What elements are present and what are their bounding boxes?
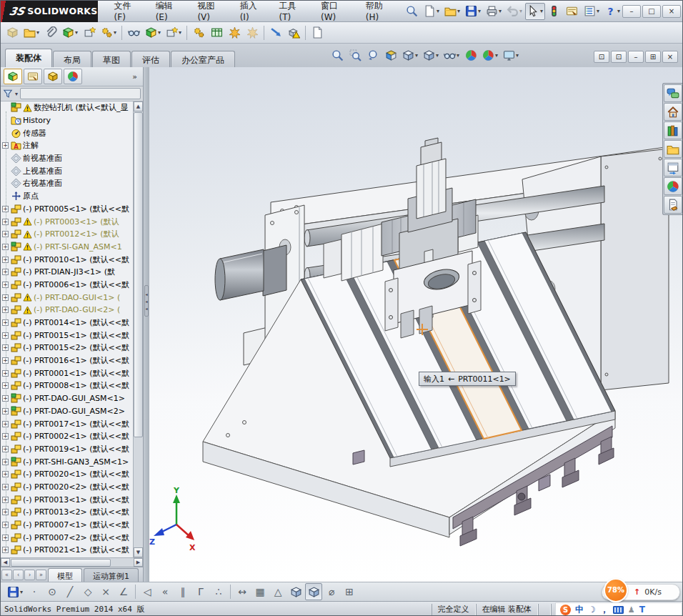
ime-person-icon[interactable]: ♟: [628, 605, 635, 615]
displaymanager-tab[interactable]: [64, 69, 82, 84]
menu-file[interactable]: 文件(F): [108, 0, 148, 25]
expand-plus-icon[interactable]: +: [2, 535, 9, 541]
undo-button[interactable]: ▾: [504, 3, 524, 20]
expand-plus-icon[interactable]: +: [2, 547, 9, 553]
shaded-view-button[interactable]: [305, 583, 322, 600]
expand-plus-icon[interactable]: +: [2, 269, 9, 275]
expand-plus-icon[interactable]: +: [2, 142, 9, 149]
ime-skin-icon[interactable]: T: [639, 605, 645, 615]
tab-model[interactable]: 模型: [48, 568, 82, 582]
punctuation-icon[interactable]: ，: [600, 604, 609, 616]
tab-nav-last[interactable]: »: [36, 570, 46, 580]
hide-show-items-button[interactable]: ▾: [442, 47, 462, 64]
expand-plus-icon[interactable]: +: [2, 408, 9, 414]
print-button[interactable]: ▾: [484, 3, 504, 20]
sogou-logo-icon[interactable]: S: [560, 605, 571, 615]
wireframe-view-button[interactable]: [287, 583, 304, 600]
expand-plus-icon[interactable]: +: [2, 307, 9, 313]
expand-plus-icon[interactable]: +: [2, 471, 9, 477]
view-settings-button[interactable]: ▾: [501, 47, 521, 64]
tree-vertical-scrollbar[interactable]: ▲ ▼: [133, 101, 143, 557]
graphics-viewport[interactable]: Y Z X 输入1 ← PRT0011<1>: [149, 67, 683, 582]
view-orientation-button[interactable]: ▾: [400, 47, 420, 64]
tree-item[interactable]: + (-) PRT0015<2> (默认<<默: [1, 342, 133, 354]
expand-plus-icon[interactable]: +: [2, 382, 9, 389]
tree-item[interactable]: + (-) PRT-DAO-GUI_ASM<2>: [1, 405, 133, 418]
reference-geometry-button[interactable]: ▾: [164, 24, 184, 41]
tree-item[interactable]: + (-) PRT0014<1> (默认<<默: [1, 317, 133, 329]
configurationmanager-tab[interactable]: [44, 69, 62, 84]
tree-item[interactable]: + (-) PRT0016<1> (默认<<默: [1, 354, 133, 367]
solidworks-resources-button[interactable]: [664, 103, 682, 121]
featuremanager-tree-tab[interactable]: [4, 69, 22, 84]
file-explorer-button[interactable]: [664, 140, 682, 158]
tree-item[interactable]: + (-) PRT0019<1> (默认<<默: [1, 443, 133, 456]
expand-plus-icon[interactable]: +: [2, 332, 9, 339]
smart-fasteners-button[interactable]: [81, 24, 98, 41]
tab-evaluate[interactable]: 评估: [131, 51, 170, 67]
design-library-button[interactable]: [664, 121, 682, 139]
expand-plus-icon[interactable]: +: [2, 282, 9, 288]
triangle-snap-button[interactable]: △: [269, 583, 286, 600]
sketch-polygon-button[interactable]: ◇: [79, 583, 96, 600]
tree-item[interactable]: + 注解: [1, 139, 133, 152]
tab-nav-next[interactable]: ›: [24, 570, 35, 580]
parallel-relation-button[interactable]: ∥: [174, 583, 191, 600]
edit-appearance-button[interactable]: [462, 47, 479, 64]
grid-snap-button[interactable]: ▦: [251, 583, 269, 600]
menu-window[interactable]: 窗口(W): [314, 0, 358, 25]
explode-line-sketch-button[interactable]: [244, 24, 261, 41]
display-style-button[interactable]: ▾: [421, 47, 441, 64]
tab-nav-first[interactable]: «: [1, 570, 12, 580]
expand-plus-icon[interactable]: +: [2, 370, 9, 377]
menu-tools[interactable]: 工具(T): [273, 0, 313, 25]
select-button[interactable]: ▾: [525, 3, 545, 20]
view-palette-button[interactable]: [664, 159, 682, 177]
zoom-to-fit-button[interactable]: [329, 47, 346, 64]
chinese-mode-icon[interactable]: 中: [575, 604, 584, 616]
expand-plus-icon[interactable]: +: [2, 257, 9, 263]
panel-overflow-chevron[interactable]: »: [132, 72, 140, 81]
expand-plus-icon[interactable]: +: [2, 294, 9, 301]
show-hidden-components-button[interactable]: [125, 24, 142, 41]
tree-item[interactable]: + (-) PRT-DIAN-JI3<1> (默: [1, 266, 133, 279]
linear-component-pattern-button[interactable]: ▾: [60, 24, 80, 41]
scroll-right-icon[interactable]: ▶: [134, 558, 143, 567]
tab-nav-prev[interactable]: ‹: [13, 570, 24, 580]
tab-sketch[interactable]: 草图: [92, 51, 131, 67]
tree-item[interactable]: + (-) PRT0005<1> (默认<<默: [1, 203, 133, 216]
assembly-features-button[interactable]: ▾: [143, 24, 163, 41]
spline-points-button[interactable]: ∴: [210, 583, 227, 600]
tree-item[interactable]: + (-) PRT0017<1> (默认<<默: [1, 417, 133, 430]
tree-item[interactable]: + (-) PRT0007<1> (默认<<默: [1, 519, 133, 532]
tree-item[interactable]: + 上视基准面: [1, 164, 133, 177]
apply-scene-button[interactable]: ▾: [480, 47, 500, 64]
tree-item[interactable]: + (-) PRT0015<1> (默认<<默: [1, 329, 133, 342]
custom-properties-button[interactable]: [664, 196, 682, 214]
panel-splitter[interactable]: ◂◂◂: [144, 67, 149, 582]
doc-restore-button[interactable]: ⊞: [645, 51, 661, 63]
expand-plus-icon[interactable]: +: [2, 344, 9, 351]
mirror-entities-button[interactable]: ◁: [139, 583, 156, 600]
download-monitor-widget[interactable]: 78% ↑ 0K/s: [602, 584, 680, 600]
exploded-view-button[interactable]: [226, 24, 243, 41]
new-motion-study-button[interactable]: [190, 24, 207, 41]
save-button[interactable]: ▾: [463, 3, 483, 20]
expand-plus-icon[interactable]: +: [2, 421, 9, 427]
zoom-to-area-button[interactable]: [347, 47, 364, 64]
save-button[interactable]: ▾: [5, 583, 25, 600]
tree-item[interactable]: + (-) PRT0020<1> (默认<<默: [1, 468, 133, 481]
edit-appearance-card-button[interactable]: [564, 3, 581, 20]
smart-dimension-button[interactable]: ↔: [234, 583, 251, 600]
tree-item[interactable]: + (-) PRT0002<1> (默认<<默: [1, 430, 133, 443]
design-table-button[interactable]: ⊞: [341, 583, 358, 600]
expand-plus-icon[interactable]: +: [2, 231, 9, 237]
tree-item[interactable]: + 原点: [1, 190, 133, 203]
tree-item[interactable]: + (-) PRT-DAO-GUI_ASM<1>: [1, 392, 133, 405]
tree-item[interactable]: + (-) PRT0021<1> (默认<<默: [1, 544, 133, 557]
mate-button[interactable]: [42, 24, 59, 41]
expand-plus-icon[interactable]: +: [2, 395, 9, 402]
menu-edit[interactable]: 编辑(E): [149, 0, 190, 25]
tree-horizontal-scrollbar[interactable]: ◀ ▶: [1, 557, 143, 567]
scroll-down-icon[interactable]: ▼: [134, 547, 143, 557]
